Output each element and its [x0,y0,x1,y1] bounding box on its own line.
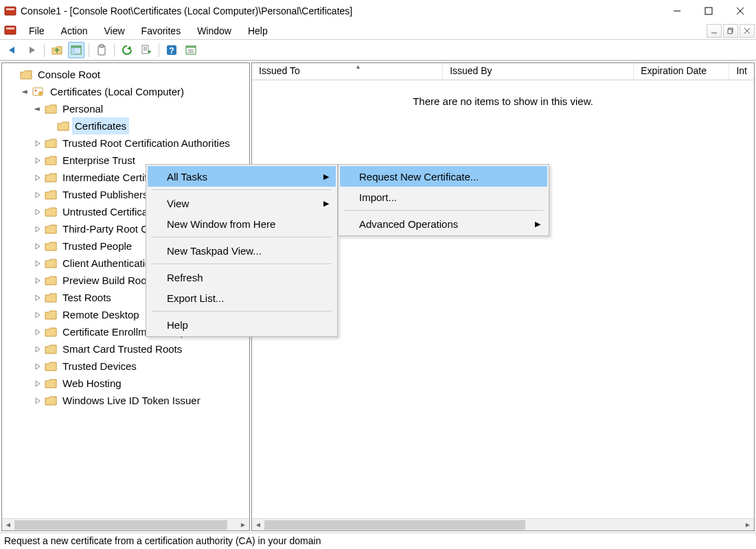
context-menu-separator [152,189,332,190]
export-list-button[interactable] [138,42,154,58]
svg-point-29 [38,91,43,95]
folder-icon [45,258,57,269]
tree-item[interactable]: Trusted Devices [28,358,249,375]
window-title: Console1 - [Console Root\Certificates (L… [21,5,661,16]
scroll-right-icon[interactable]: ► [237,519,249,531]
chevron-right-icon[interactable] [32,241,43,252]
folder-icon [45,224,57,235]
mdi-restore-button[interactable] [723,24,738,38]
chevron-right-icon[interactable] [32,292,43,303]
context-menu-separator [152,237,332,237]
ctx-new-window[interactable]: New Window from Here [148,213,336,234]
scroll-left-icon[interactable]: ◄ [252,519,264,531]
column-expiration-date[interactable]: Expiration Date [634,63,729,80]
menu-action[interactable]: Action [53,22,96,39]
chevron-right-icon[interactable] [32,344,43,355]
ctx-export-list[interactable]: Export List... [148,288,336,308]
folder-icon [20,69,32,80]
chevron-down-icon[interactable] [20,86,31,97]
minimize-button[interactable] [661,0,693,22]
tree-item-personal[interactable]: Personal [28,100,249,117]
column-issued-by[interactable]: Issued By [443,63,634,80]
chevron-right-icon[interactable] [32,327,43,338]
tree-item-certificates-local-computer[interactable]: Certificates (Local Computer) [16,83,249,100]
mdi-icon [4,24,16,36]
menu-window[interactable]: Window [189,22,240,39]
ctx-import[interactable]: Import... [340,187,547,207]
up-folder-button[interactable] [49,42,65,58]
chevron-down-icon[interactable] [32,104,43,115]
tree-label: Certificates (Local Computer) [47,83,187,100]
tree-label: Trusted People [60,237,135,255]
list-h-scrollbar[interactable]: ◄ ► [252,518,754,530]
back-button[interactable] [4,42,21,58]
scroll-thumb[interactable] [264,520,525,530]
folder-icon [45,155,57,166]
menu-view[interactable]: View [95,22,133,39]
ctx-all-tasks[interactable]: All Tasks ▶ [148,166,336,187]
chevron-right-icon: ▶ [323,199,329,208]
menu-help[interactable]: Help [240,22,276,39]
chevron-right-icon[interactable] [32,361,43,372]
chevron-right-icon[interactable] [32,395,43,406]
chevron-right-icon[interactable] [32,172,43,183]
options-button[interactable] [183,42,199,58]
tree-label: Personal [60,100,106,117]
window-controls [661,0,756,22]
ctx-view[interactable]: View ▶ [148,193,336,213]
tree-h-scrollbar[interactable]: ◄ ► [2,518,249,530]
column-intended-purposes[interactable]: Int [729,63,754,80]
forward-button[interactable] [23,42,40,58]
chevron-right-icon[interactable] [32,189,43,200]
close-button[interactable] [724,0,756,22]
chevron-right-icon[interactable] [32,155,43,166]
svg-rect-10 [728,30,732,34]
ctx-request-new-certificate[interactable]: Request New Certificate... [340,166,547,187]
mdi-minimize-button[interactable] [707,24,722,38]
ctx-new-taskpad[interactable]: New Taskpad View... [148,240,336,261]
tree-item[interactable]: Smart Card Trusted Roots [28,340,249,358]
mdi-close-button[interactable] [740,24,755,38]
svg-rect-18 [142,45,148,54]
certificate-snapin-icon [32,86,45,97]
chevron-right-icon[interactable] [32,378,43,389]
chevron-right-icon[interactable] [32,138,43,149]
folder-icon [45,309,57,320]
menu-favorites[interactable]: Favorites [133,22,190,39]
folder-icon [45,275,57,286]
status-bar: Request a new certificate from a certifi… [0,533,756,549]
folder-icon [45,378,57,389]
ctx-refresh[interactable]: Refresh [148,267,336,288]
refresh-button[interactable] [119,42,135,58]
ctx-advanced-operations[interactable]: Advanced Operations ▶ [340,213,547,234]
chevron-right-icon[interactable] [32,275,43,286]
chevron-right-icon[interactable] [32,207,43,218]
tree-item[interactable]: Windows Live ID Token Issuer [28,392,249,409]
svg-rect-7 [6,27,14,30]
context-menu-separator [344,210,543,211]
app-icon [4,5,16,17]
tree-label: Console Root [35,66,103,83]
svg-rect-3 [705,8,712,14]
maximize-button[interactable] [693,0,724,22]
show-hide-tree-button[interactable] [68,42,84,58]
toolbar-separator [159,43,159,57]
folder-icon [45,138,57,149]
menu-file[interactable]: File [21,22,53,39]
ctx-help[interactable]: Help [148,314,336,335]
tree-item-certificates[interactable]: Certificates [41,117,249,135]
chevron-right-icon[interactable] [32,309,43,320]
chevron-right-icon[interactable] [32,258,43,269]
tree-label: Trusted Publishers [60,186,151,203]
tree-item[interactable]: Web Hosting [28,375,249,392]
tree-item[interactable]: Trusted Root Certification Authorities [28,135,249,152]
folder-icon [45,292,57,303]
scroll-right-icon[interactable]: ► [742,519,754,531]
scroll-thumb[interactable] [14,520,227,530]
chevron-right-icon[interactable] [32,224,43,235]
clipboard-button[interactable] [93,42,110,58]
scroll-left-icon[interactable]: ◄ [2,519,14,531]
column-issued-to[interactable]: Issued To ▴ [252,63,443,80]
tree-item-console-root[interactable]: Console Root [3,66,249,83]
help-button[interactable]: ? [163,42,180,58]
